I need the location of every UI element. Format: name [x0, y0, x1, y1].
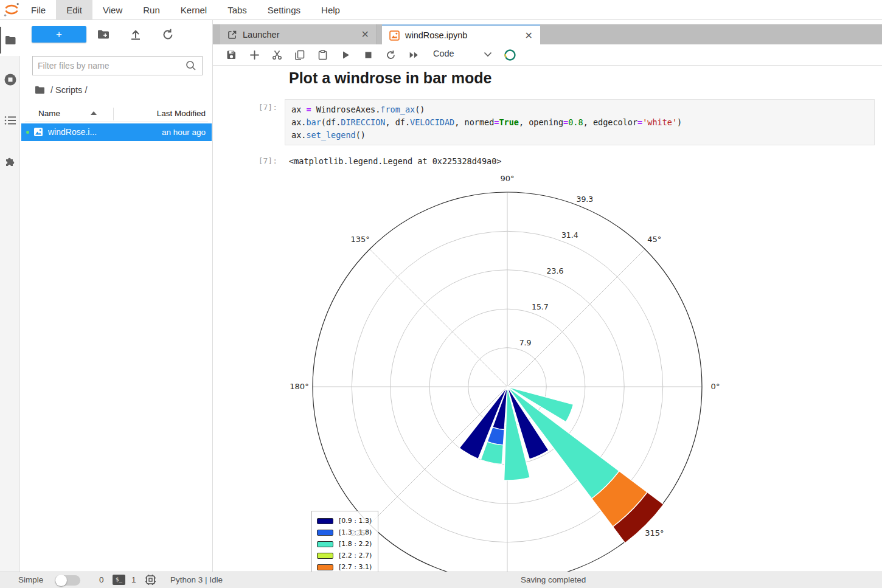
menu-item-file[interactable]: File: [21, 0, 56, 20]
output-prompt: [7]:: [242, 156, 277, 165]
sort-ascending-icon[interactable]: [91, 111, 97, 115]
code-cell-input[interactable]: ax = WindroseAxes.from_ax()ax.bar(df.DIR…: [285, 99, 875, 145]
close-icon[interactable]: ✕: [361, 29, 369, 40]
legend-row: [2.7 : 3.1): [317, 561, 373, 572]
input-prompt: [7]:: [242, 103, 277, 112]
file-browser-toolbar: +: [20, 26, 213, 43]
paste-icon[interactable]: [318, 50, 328, 60]
file-list-header: Name Last Modified: [25, 106, 208, 122]
legend-label: [2.2 : 2.7): [339, 552, 372, 559]
svg-text:45°: 45°: [647, 235, 661, 244]
legend-row: [2.2 : 2.7): [317, 550, 373, 561]
tab-windrose-notebook[interactable]: windRose.ipynb ✕: [382, 24, 540, 44]
jupyter-logo-icon: [2, 1, 21, 18]
svg-text:23.6: 23.6: [547, 266, 564, 275]
run-icon[interactable]: [341, 50, 351, 60]
kernel-count[interactable]: 1: [131, 575, 136, 584]
svg-text:180°: 180°: [290, 382, 308, 391]
close-icon[interactable]: ✕: [525, 30, 533, 41]
svg-text:31.4: 31.4: [561, 230, 578, 240]
status-message: Saving completed: [521, 575, 586, 584]
legend-swatch: [317, 541, 333, 547]
menu-item-help[interactable]: Help: [311, 0, 350, 20]
file-filter-box: [32, 56, 203, 75]
markdown-heading[interactable]: Plot a windrose in bar mode: [289, 69, 491, 87]
notebook-content: Plot a windrose in bar mode [7]: ax = Wi…: [213, 66, 882, 572]
cell-output-text: <matplotlib.legend.Legend at 0x225328d49…: [289, 156, 502, 166]
legend-row: [1.3 : 1.8): [317, 527, 373, 538]
terminal-icon: $_: [113, 575, 125, 585]
tab-label: Launcher: [243, 30, 361, 40]
sidebar-item-file-browser[interactable]: [0, 27, 20, 54]
activity-bar: [0, 20, 20, 572]
legend-row: [1.8 : 2.2): [317, 538, 373, 550]
svg-text:315°: 315°: [645, 528, 664, 538]
menu-item-settings[interactable]: Settings: [257, 0, 311, 20]
refresh-icon[interactable]: [161, 28, 175, 41]
legend-swatch: [317, 553, 333, 559]
menu-items: FileEditViewRunKernelTabsSettingsHelp: [21, 0, 350, 20]
status-bar: Simple 0 $_ 1 Python 3 | Idle Saving com…: [0, 572, 882, 588]
legend-label: [1.8 : 2.2): [339, 540, 372, 548]
file-filter-input[interactable]: [33, 61, 185, 71]
kernel-status-text[interactable]: Python 3 | Idle: [170, 575, 223, 584]
folder-icon: [35, 86, 45, 94]
notebook-file-icon: [33, 127, 43, 137]
new-launcher-button[interactable]: +: [32, 26, 86, 43]
column-header-name[interactable]: Name: [38, 109, 60, 118]
search-icon[interactable]: [185, 60, 197, 72]
list-icon: [4, 116, 16, 125]
svg-text:90°: 90°: [500, 174, 514, 183]
cell-type-dropdown[interactable]: Code: [433, 49, 454, 58]
file-modified: an hour ago: [162, 128, 206, 137]
restart-run-all-icon[interactable]: [409, 50, 419, 60]
menu-item-view[interactable]: View: [92, 0, 133, 20]
menu-item-run[interactable]: Run: [133, 0, 170, 20]
svg-text:15.7: 15.7: [532, 302, 549, 311]
legend-label: [2.7 : 3.1): [339, 563, 372, 571]
legend-swatch: [317, 518, 333, 524]
legend-label: [0.9 : 1.3): [339, 517, 372, 525]
simple-mode-label: Simple: [18, 575, 43, 584]
stop-icon[interactable]: [363, 50, 373, 60]
chevron-down-icon[interactable]: [484, 52, 492, 57]
menu-item-tabs[interactable]: Tabs: [217, 0, 257, 20]
launcher-icon: [227, 30, 237, 40]
toggle-knob: [55, 575, 67, 586]
cut-icon[interactable]: [272, 50, 282, 60]
menu-bar: FileEditViewRunKernelTabsSettingsHelp: [0, 0, 882, 20]
svg-text:7.9: 7.9: [519, 338, 532, 347]
puzzle-icon: [4, 155, 16, 167]
column-header-last-modified[interactable]: Last Modified: [157, 109, 206, 118]
save-icon[interactable]: [226, 50, 237, 60]
column-divider: [113, 108, 114, 120]
sidebar-item-running-sessions[interactable]: [0, 66, 20, 93]
add-cell-icon[interactable]: [249, 50, 260, 60]
tab-bar: Launcher ✕ windRose.ipynb ✕: [213, 24, 882, 44]
notebook-toolbar: Code: [213, 44, 882, 66]
svg-text:135°: 135°: [351, 235, 370, 244]
legend-label: [1.3 : 1.8): [339, 528, 372, 536]
sidebar-item-extension-manager[interactable]: [0, 148, 20, 175]
jupyterlab-window: FileEditViewRunKernelTabsSettingsHelp: [0, 0, 882, 588]
tab-launcher[interactable]: Launcher ✕: [220, 24, 377, 44]
menu-item-edit[interactable]: Edit: [56, 0, 92, 20]
notebook-icon: [389, 30, 400, 41]
sidebar-item-table-of-contents[interactable]: [0, 107, 20, 134]
legend-swatch: [317, 564, 333, 570]
restart-kernel-icon[interactable]: [386, 50, 396, 60]
simple-mode-toggle[interactable]: [55, 575, 80, 586]
breadcrumb-path: / Scripts /: [50, 85, 87, 95]
file-row-selected[interactable]: windRose.i... an hour ago: [21, 123, 212, 141]
menu-item-kernel[interactable]: Kernel: [170, 0, 217, 20]
kernel-running-dot: [26, 131, 29, 134]
running-sessions-icon: [4, 73, 17, 86]
main-dock: Launcher ✕ windRose.ipynb ✕: [213, 20, 882, 572]
copy-icon[interactable]: [294, 50, 305, 60]
kernel-status-indicator[interactable]: [504, 49, 516, 61]
new-folder-icon[interactable]: [97, 28, 110, 41]
breadcrumb[interactable]: / Scripts /: [35, 83, 87, 97]
upload-icon[interactable]: [129, 28, 142, 41]
tab-label: windRose.ipynb: [405, 30, 525, 40]
terminal-count[interactable]: 0: [99, 575, 104, 584]
